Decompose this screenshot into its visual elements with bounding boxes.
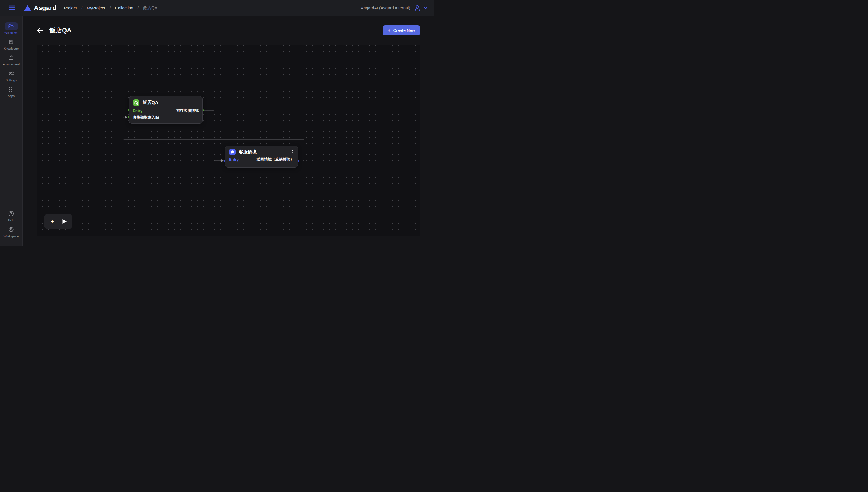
node-menu-kebab-icon[interactable] [194,100,199,106]
sidebar-item-apps[interactable]: Apps [5,85,18,98]
node-row: Entry 返回情境（直接聽取） [229,156,294,163]
exchange-arrows-icon [229,149,235,155]
entry-port-label: Entry [133,108,142,113]
workflow-node-service-context[interactable]: 客服情境 Entry 返回情境（直接聽取） [225,146,298,168]
arrow-left-icon [37,28,44,33]
book-icon [8,39,14,45]
hamburger-icon [9,5,16,10]
sidebar-item-label: Workspace [4,235,19,238]
canvas-toolbar: + [44,214,72,229]
chevron-down-icon [423,7,428,9]
breadcrumb-separator: / [138,6,139,10]
edge-hotelqa-to-service [203,110,221,161]
workflow-canvas[interactable]: 飯店QA Entry 前往客服情境 直接聽取進入點 [37,45,420,236]
account-label: AsgardAI (Asgard Internal) [361,6,410,10]
apps-grid-icon [9,87,14,92]
account-menu[interactable]: AsgardAI (Asgard Internal) [361,5,428,11]
sidebar-item-workflows[interactable]: Workflows [4,22,18,34]
breadcrumb-separator: / [81,6,82,10]
entry-port-label: Entry [229,157,239,162]
sidebar-item-settings[interactable]: Settings [5,70,18,82]
breadcrumb-current-page: 飯店QA [143,5,157,10]
sidebar-item-label: Help [8,218,14,222]
breadcrumb-myproject[interactable]: MyProject [87,6,105,10]
workflow-node-hotel-qa[interactable]: 飯店QA Entry 前往客服情境 直接聽取進入點 [129,96,203,124]
direct-listen-port-label: 直接聽取進入點 [133,115,159,120]
node-menu-kebab-icon[interactable] [290,149,295,155]
breadcrumb-collection[interactable]: Collection [115,6,133,10]
brand-logo[interactable]: Asgard [24,4,56,12]
sidebar-item-knowledge[interactable]: Knowledge [4,38,19,50]
main-content: 飯店QA + Create New [23,16,434,246]
add-node-button[interactable]: + [49,218,56,225]
top-bar: Asgard Project / MyProject / Collection … [0,0,434,16]
create-new-button[interactable]: + Create New [382,25,421,35]
back-button[interactable] [37,28,44,33]
sidebar-item-help[interactable]: Help [5,210,18,222]
sidebar-item-label: Knowledge [4,47,19,50]
breadcrumb-project[interactable]: Project [64,6,77,10]
sidebar-item-environment[interactable]: Environment [3,54,20,66]
logo-text: Asgard [34,4,56,12]
page-header: 飯店QA + Create New [37,25,420,35]
sidebar-main-nav: Workflows Knowledge [0,22,22,98]
house-plus-icon [133,99,140,106]
gear-icon [8,227,14,232]
output-port-label: 前往客服情境 [176,108,199,113]
sidebar-item-workspace[interactable]: Workspace [4,226,19,238]
create-new-label: Create New [393,28,415,33]
upload-icon [8,55,14,60]
edge-layer [37,45,420,236]
sidebar: Workflows Knowledge [0,16,23,246]
plus-icon: + [388,28,391,33]
hamburger-menu-button[interactable] [4,5,20,10]
app-window: Asgard Project / MyProject / Collection … [0,0,434,246]
logo-triangle-icon [24,5,31,10]
sidebar-item-label: Apps [8,94,15,98]
user-icon [414,5,421,11]
node-row: 直接聽取進入點 [133,114,199,121]
edge-arrowhead [221,159,224,162]
edge-arrowhead [125,116,127,119]
node-title: 客服情境 [239,149,256,155]
play-icon [62,219,67,224]
folder-icon [8,24,14,29]
node-row: Entry 前往客服情境 [133,107,199,114]
run-workflow-button[interactable] [61,218,68,225]
breadcrumb: Project / MyProject / Collection / 飯店QA [64,5,157,10]
breadcrumb-separator: / [109,6,110,10]
help-circle-icon [8,211,14,217]
sliders-icon [8,71,14,76]
page-title: 飯店QA [49,26,72,35]
return-port-label: 返回情境（直接聽取） [256,157,294,162]
node-title: 飯店QA [143,100,158,106]
sidebar-item-label: Environment [3,63,20,66]
sidebar-item-label: Settings [6,78,17,82]
sidebar-item-label: Workflows [4,31,18,34]
sidebar-footer-nav: Help Workspace [0,210,22,238]
